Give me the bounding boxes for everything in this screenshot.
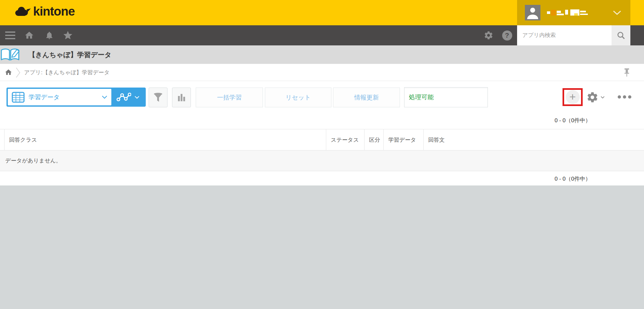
funnel-icon <box>153 92 164 103</box>
hamburger-menu-icon[interactable] <box>5 25 16 45</box>
header-spacer-cell <box>0 129 5 150</box>
line-graph-icon <box>116 92 131 102</box>
more-options-button[interactable] <box>618 95 631 99</box>
star-icon[interactable] <box>62 25 73 45</box>
user-menu[interactable] <box>517 0 630 25</box>
reset-button[interactable]: リセット <box>265 88 331 107</box>
view-selector-current[interactable]: 学習データ <box>8 89 111 105</box>
gear-icon <box>586 91 599 103</box>
kintone-logo[interactable]: kintone <box>14 5 75 18</box>
highlight-box: + <box>563 88 583 106</box>
avatar[interactable] <box>525 5 540 20</box>
filter-button[interactable] <box>149 88 167 107</box>
global-topbar: kintone <box>0 0 644 25</box>
breadcrumb-separator-icon <box>16 67 21 78</box>
column-header-answer-class[interactable]: 回答クラス <box>5 129 326 150</box>
chart-button[interactable] <box>172 88 191 107</box>
search-icon <box>616 31 625 40</box>
add-record-button[interactable]: + <box>566 90 580 104</box>
chevron-down-icon <box>102 95 107 99</box>
kintone-page: kintone <box>0 0 644 309</box>
column-header-learning-data[interactable]: 学習データ <box>384 129 424 150</box>
chevron-down-icon <box>134 96 140 99</box>
pagination-top: 0 - 0（0件中） <box>555 117 591 124</box>
question-mark-glyph: ? <box>502 30 512 41</box>
home-icon[interactable] <box>24 25 34 45</box>
breadcrumb-home-icon[interactable] <box>5 68 12 76</box>
person-icon <box>525 5 540 20</box>
ellipsis-dot <box>623 95 626 99</box>
ellipsis-dot <box>628 95 631 99</box>
app-search-panel <box>517 25 630 45</box>
status-filter-button[interactable]: 処理可能 <box>404 87 488 107</box>
bell-icon[interactable] <box>44 25 55 45</box>
empty-state-message: データがありません。 <box>0 150 644 171</box>
search-input[interactable] <box>517 25 612 45</box>
bar-chart-icon <box>177 92 186 103</box>
app-book-icon <box>0 47 20 62</box>
app-title: 【きんちゃぼ】学習データ <box>29 50 111 59</box>
view-selector-label: 学習データ <box>29 93 98 101</box>
view-selector[interactable]: 学習データ <box>6 88 146 107</box>
batch-learn-button[interactable]: 一括学習 <box>196 88 263 107</box>
column-header-answer-text[interactable]: 回答文 <box>424 129 644 150</box>
app-header: 【きんちゃぼ】学習データ <box>0 45 644 64</box>
kintone-cloud-icon <box>14 6 31 18</box>
app-settings-button[interactable] <box>586 91 605 103</box>
breadcrumb-app-link[interactable]: アプリ:【きんちゃぼ】学習データ <box>24 69 110 76</box>
help-icon[interactable]: ? <box>501 25 513 45</box>
column-header-status[interactable]: ステータス <box>326 129 365 150</box>
refresh-info-button[interactable]: 情報更新 <box>333 88 400 107</box>
table-view-icon <box>12 92 25 103</box>
pin-icon[interactable] <box>624 68 630 77</box>
column-header-category[interactable]: 区分 <box>365 129 384 150</box>
search-button[interactable] <box>612 25 630 45</box>
logo-text: kintone <box>33 5 75 18</box>
pagination-bottom: 0 - 0（0件中） <box>555 175 591 183</box>
chevron-down-icon <box>601 96 605 99</box>
breadcrumb: アプリ:【きんちゃぼ】学習データ <box>0 64 644 81</box>
ellipsis-dot <box>618 95 621 99</box>
gear-icon[interactable] <box>483 25 494 45</box>
record-table-header: 回答クラス ステータス 区分 学習データ 回答文 <box>0 129 644 150</box>
chevron-down-icon[interactable] <box>613 10 621 15</box>
graph-view-button[interactable] <box>111 89 144 105</box>
